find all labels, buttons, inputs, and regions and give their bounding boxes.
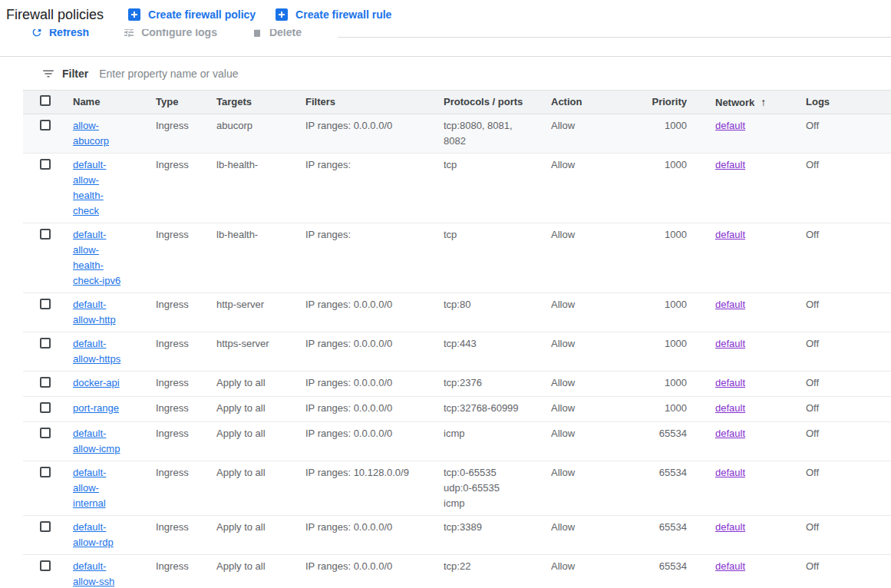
rule-protocols: tcp xyxy=(444,159,457,170)
rule-filters: IP ranges: xyxy=(305,229,351,240)
rule-priority: 65534 xyxy=(659,428,687,439)
table-row: default-allow-ssh Ingress Apply to all I… xyxy=(23,555,891,588)
table-row: default-allow-icmp Ingress Apply to all … xyxy=(23,422,891,461)
rule-action: Allow xyxy=(551,521,575,533)
network-link[interactable]: default xyxy=(715,299,745,310)
firewall-rules-tbody: allow-abucorp Ingress abucorp IP ranges:… xyxy=(23,114,891,588)
column-header-action[interactable]: Action xyxy=(547,91,633,114)
row-checkbox[interactable] xyxy=(40,521,51,532)
row-checkbox[interactable] xyxy=(40,560,51,571)
select-all-checkbox[interactable] xyxy=(40,95,51,106)
rule-action: Allow xyxy=(551,229,575,240)
network-link[interactable]: default xyxy=(715,560,745,572)
row-checkbox[interactable] xyxy=(40,299,51,309)
rule-logs: Off xyxy=(806,402,819,414)
delete-label: Delete xyxy=(269,29,302,40)
row-checkbox[interactable] xyxy=(40,377,51,388)
rule-priority: 1000 xyxy=(665,377,687,388)
column-header-select-all xyxy=(23,91,69,114)
rule-priority: 1000 xyxy=(665,402,687,414)
column-header-name[interactable]: Name xyxy=(69,91,152,114)
rule-protocols: tcp:0-65535 udp:0-65535 icmp xyxy=(444,467,500,509)
rule-filters: IP ranges: 0.0.0.0/0 xyxy=(305,377,392,388)
network-link[interactable]: default xyxy=(715,377,745,388)
column-header-logs[interactable]: Logs xyxy=(794,91,891,114)
rule-filters: IP ranges: 0.0.0.0/0 xyxy=(305,560,392,572)
page-header: Firewall policies Create firewall policy… xyxy=(0,0,891,29)
firewall-rule-link[interactable]: docker-api xyxy=(73,377,120,388)
create-firewall-policy-label: Create firewall policy xyxy=(148,8,256,21)
filter-icon xyxy=(41,67,55,81)
rule-targets: Apply to all xyxy=(216,467,266,478)
firewall-rule-link[interactable]: default-allow-internal xyxy=(73,467,106,509)
firewall-rule-link[interactable]: default-allow-health-check-ipv6 xyxy=(73,229,120,286)
rule-filters: IP ranges: 0.0.0.0/0 xyxy=(305,338,392,349)
table-row: port-range Ingress Apply to all IP range… xyxy=(23,397,891,422)
rule-type: Ingress xyxy=(156,377,189,388)
rule-filters: IP ranges: 0.0.0.0/0 xyxy=(305,402,392,414)
rule-targets: Apply to all xyxy=(216,377,266,388)
row-checkbox[interactable] xyxy=(40,428,51,438)
create-firewall-rule-button[interactable]: Create firewall rule xyxy=(276,8,391,21)
table-row: default-allow-internal Ingress Apply to … xyxy=(23,461,891,516)
rule-logs: Off xyxy=(806,229,819,240)
rule-action: Allow xyxy=(551,560,575,572)
create-firewall-policy-button[interactable]: Create firewall policy xyxy=(128,8,256,21)
column-header-targets[interactable]: Targets xyxy=(213,91,302,114)
configure-logs-label: Configure logs xyxy=(141,29,217,40)
table-row: default-allow-health-check-ipv6 Ingress … xyxy=(23,223,891,293)
filter-button[interactable]: Filter xyxy=(41,67,88,81)
page-title: Firewall policies xyxy=(6,7,104,23)
column-header-protocols[interactable]: Protocols / ports xyxy=(440,91,547,114)
network-link[interactable]: default xyxy=(715,159,745,170)
rule-priority: 65534 xyxy=(659,467,687,478)
network-link[interactable]: default xyxy=(715,402,745,414)
rule-priority: 1000 xyxy=(665,338,687,349)
delete-icon xyxy=(251,29,263,38)
firewall-rule-link[interactable]: default-allow-https xyxy=(73,338,120,365)
row-checkbox[interactable] xyxy=(40,467,51,477)
network-link[interactable]: default xyxy=(715,229,745,240)
rule-type: Ingress xyxy=(156,402,189,414)
network-link[interactable]: default xyxy=(715,120,745,131)
rule-logs: Off xyxy=(806,120,819,131)
row-checkbox[interactable] xyxy=(40,338,51,349)
network-link[interactable]: default xyxy=(715,338,745,349)
firewall-rule-link[interactable]: default-allow-http xyxy=(73,299,116,325)
rule-logs: Off xyxy=(806,521,819,533)
column-header-network[interactable]: Network xyxy=(702,91,794,114)
firewall-rule-link[interactable]: allow-abucorp xyxy=(73,120,109,147)
rule-filters: IP ranges: 0.0.0.0/0 xyxy=(305,120,392,131)
rule-filters: IP ranges: xyxy=(305,159,351,170)
configure-logs-button: Configure logs xyxy=(123,29,217,40)
rule-logs: Off xyxy=(806,428,819,439)
row-checkbox[interactable] xyxy=(40,402,51,413)
refresh-button[interactable]: Refresh xyxy=(31,29,89,40)
filter-input[interactable] xyxy=(97,67,427,81)
network-link[interactable]: default xyxy=(715,467,745,478)
row-checkbox[interactable] xyxy=(40,159,51,170)
row-checkbox[interactable] xyxy=(40,229,51,239)
network-link[interactable]: default xyxy=(715,521,745,533)
firewall-rule-link[interactable]: default-allow-ssh xyxy=(73,560,114,587)
network-link[interactable]: default xyxy=(715,428,745,439)
rule-targets: lb-health- xyxy=(216,159,258,170)
rule-priority: 1000 xyxy=(665,229,687,240)
rule-action: Allow xyxy=(551,467,575,478)
column-header-priority[interactable]: Priority xyxy=(633,91,702,114)
firewall-rule-link[interactable]: default-allow-rdp xyxy=(73,521,114,548)
column-header-filters[interactable]: Filters xyxy=(302,91,440,114)
firewall-rule-link[interactable]: default-allow-health-check xyxy=(73,159,106,216)
rule-action: Allow xyxy=(551,402,575,414)
rule-action: Allow xyxy=(551,299,575,310)
firewall-rule-link[interactable]: default-allow-icmp xyxy=(73,428,120,454)
refresh-icon xyxy=(31,29,43,38)
rule-action: Allow xyxy=(551,159,575,170)
table-row: default-allow-rdp Ingress Apply to all I… xyxy=(23,516,891,555)
column-header-type[interactable]: Type xyxy=(152,91,213,114)
firewall-rule-link[interactable]: port-range xyxy=(73,402,119,414)
rule-logs: Off xyxy=(806,338,819,349)
row-checkbox[interactable] xyxy=(40,120,51,130)
table-row: allow-abucorp Ingress abucorp IP ranges:… xyxy=(23,114,891,154)
delete-button: Delete xyxy=(251,29,302,40)
